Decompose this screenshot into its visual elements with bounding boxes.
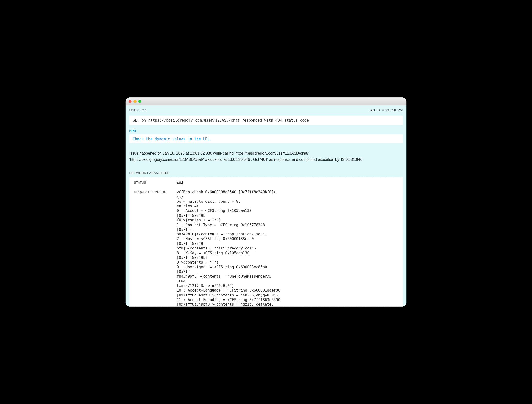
issue-description: Issue happened on Jan 18, 2023 at 13:01:… bbox=[129, 150, 403, 163]
header-timestamp: JAN 18, 2023 1:01 PM bbox=[369, 108, 403, 112]
hint-card: Check the dynamic values in the URL. bbox=[129, 134, 403, 144]
close-icon[interactable] bbox=[129, 100, 131, 103]
error-summary-card: GET on https://basilgregory.com/user/123… bbox=[129, 116, 403, 125]
issue-line-1: Issue happened on Jan 18, 2023 at 13:01:… bbox=[129, 150, 403, 156]
user-id-label: USER ID: S bbox=[129, 108, 147, 112]
header-row: USER ID: S JAN 18, 2023 1:01 PM bbox=[126, 105, 406, 113]
minimize-icon[interactable] bbox=[133, 100, 136, 103]
status-value: 404 bbox=[177, 180, 282, 185]
window-titlebar bbox=[126, 97, 406, 105]
app-window: USER ID: S JAN 18, 2023 1:01 PM GET on h… bbox=[126, 97, 406, 307]
request-headers-value: <CFBasicHash 0x6000008a8540 [0x7fff8a349… bbox=[177, 189, 282, 306]
status-label: STATUS bbox=[131, 180, 177, 185]
traffic-lights bbox=[129, 100, 141, 103]
network-parameters-label: NETWORK PARAMETERS bbox=[129, 171, 403, 175]
issue-line-2: 'https://basilgregory.com/user/123ASD/ch… bbox=[129, 156, 403, 163]
request-headers-label: REQUEST HEADERS bbox=[131, 189, 177, 194]
hint-label: HINT bbox=[129, 129, 403, 133]
content-pane: USER ID: S JAN 18, 2023 1:01 PM GET on h… bbox=[126, 105, 406, 307]
zoom-icon[interactable] bbox=[138, 100, 141, 103]
network-parameters-box: STATUS 404 REQUEST HEADERS <CFBasicHash … bbox=[129, 177, 403, 307]
request-headers-row: REQUEST HEADERS <CFBasicHash 0x6000008a8… bbox=[129, 189, 403, 306]
device-frame: USER ID: S JAN 18, 2023 1:01 PM GET on h… bbox=[122, 94, 410, 310]
status-row: STATUS 404 bbox=[129, 180, 403, 189]
hint-text: Check the dynamic values in the URL. bbox=[133, 137, 212, 141]
error-summary-text: GET on https://basilgregory.com/user/123… bbox=[133, 118, 309, 122]
